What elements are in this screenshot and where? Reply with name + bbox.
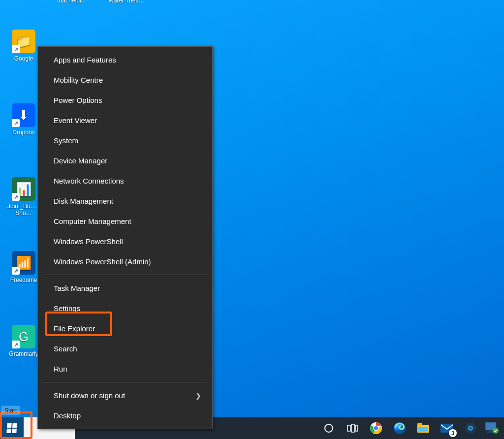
desktop-icon-dropbox[interactable]: ⬇↗Dropbox — [5, 103, 42, 136]
winx-item-label: Run — [54, 365, 67, 373]
desktop-icon-label: Grammarly — [5, 350, 42, 357]
desktop-icon-label: Dropbox — [5, 129, 42, 136]
file-explorer-icon[interactable] — [411, 417, 435, 439]
svg-point-6 — [374, 426, 378, 430]
shortcut-arrow-icon: ↗ — [12, 267, 20, 275]
desktop-icon-label: Joint_Bu… - Sho… — [5, 203, 42, 217]
menu-separator — [43, 382, 207, 382]
winx-item-disk-management[interactable]: Disk Management — [38, 191, 212, 211]
winx-context-menu: Apps and FeaturesMobility CentrePower Op… — [37, 46, 213, 429]
desktop-icon-google[interactable]: 📁↗Google — [5, 30, 42, 62]
taskbar-pinned-apps: 3 — [315, 417, 504, 439]
desktop-icon-label: Freedome — [5, 277, 42, 283]
winx-item-label: Disk Management — [54, 197, 113, 205]
shortcut-arrow-icon: ↗ — [12, 341, 20, 348]
svg-rect-9 — [417, 423, 422, 426]
winx-item-label: Settings — [54, 304, 80, 313]
mail-badge: 3 — [449, 429, 457, 437]
winx-item-system[interactable]: System — [38, 130, 212, 151]
cortana-icon[interactable] — [317, 417, 341, 439]
svg-rect-10 — [418, 427, 428, 432]
start-tooltip: Start — [1, 406, 20, 415]
winx-item-search[interactable]: Search — [38, 339, 212, 359]
svg-rect-16 — [489, 431, 493, 432]
start-button[interactable] — [0, 417, 24, 439]
shortcut-arrow-icon: ↗ — [12, 193, 20, 201]
winx-item-shut-down-or-sign-out[interactable]: Shut down or sign out❯ — [38, 385, 212, 406]
winx-item-windows-powershell[interactable]: Windows PowerShell — [38, 231, 212, 251]
winx-item-label: Apps and Features — [54, 56, 116, 64]
winx-item-label: Power Options — [54, 96, 102, 104]
winx-item-windows-powershell-admin[interactable]: Windows PowerShell (Admin) — [38, 251, 212, 272]
winx-item-label: Windows PowerShell (Admin) — [54, 257, 151, 266]
winx-item-label: Device Manager — [54, 157, 107, 165]
winx-item-mobility-centre[interactable]: Mobility Centre — [38, 70, 212, 90]
winx-item-desktop[interactable]: Desktop — [38, 406, 212, 426]
remote-desktop-icon[interactable] — [482, 417, 502, 439]
svg-point-0 — [325, 424, 333, 432]
svg-rect-2 — [351, 424, 354, 432]
winx-item-label: File Explorer — [54, 324, 95, 333]
winx-item-label: Computer Management — [54, 217, 131, 225]
chevron-right-icon: ❯ — [195, 392, 201, 400]
winx-item-label: Task Manager — [54, 284, 100, 292]
winx-item-label: Desktop — [54, 411, 81, 420]
winx-item-device-manager[interactable]: Device Manager — [38, 151, 212, 171]
desktop-icon-label: Google — [5, 55, 42, 62]
mail-icon[interactable]: 3 — [435, 417, 459, 439]
windows-logo-icon — [6, 423, 17, 433]
winx-item-task-manager[interactable]: Task Manager — [38, 278, 212, 298]
winx-item-computer-management[interactable]: Computer Management — [38, 211, 212, 231]
winx-item-label: Event Viewer — [54, 116, 97, 125]
edge-icon[interactable] — [388, 417, 411, 439]
winx-item-label: System — [54, 136, 78, 145]
shortcut-arrow-icon: ↗ — [12, 119, 20, 127]
groove-music-icon[interactable] — [459, 417, 482, 439]
desktop-icon-grammarly[interactable]: G↗Grammarly — [5, 325, 42, 357]
winx-item-power-options[interactable]: Power Options — [38, 90, 212, 110]
desktop-icon-joint-bu-sho-[interactable]: 📊↗Joint_Bu… - Sho… — [5, 177, 42, 217]
winx-item-network-connections[interactable]: Network Connections — [38, 171, 212, 191]
winx-item-apps-and-features[interactable]: Apps and Features — [38, 50, 212, 70]
desktop-icon-freedome[interactable]: 📶↗Freedome — [5, 251, 42, 283]
winx-item-label: Shut down or sign out — [54, 391, 125, 400]
shortcut-arrow-icon: ↗ — [12, 45, 20, 53]
winx-item-label: Network Connections — [54, 177, 124, 185]
chrome-icon[interactable] — [364, 417, 388, 439]
task-view-icon[interactable] — [341, 417, 364, 439]
winx-item-label: Windows PowerShell — [54, 237, 123, 246]
svg-rect-1 — [347, 425, 350, 431]
winx-item-event-viewer[interactable]: Event Viewer — [38, 110, 212, 130]
winx-item-label: Search — [54, 345, 77, 353]
winx-item-label: Mobility Centre — [54, 76, 103, 84]
winx-item-settings[interactable]: Settings — [38, 298, 212, 318]
winx-item-run[interactable]: Run — [38, 359, 212, 379]
svg-rect-3 — [355, 425, 357, 431]
top-cutoff-labels: that helpi… Water Theti… — [0, 0, 504, 5]
svg-point-14 — [470, 427, 472, 429]
winx-item-file-explorer[interactable]: File Explorer — [38, 318, 212, 339]
menu-separator — [43, 275, 207, 275]
